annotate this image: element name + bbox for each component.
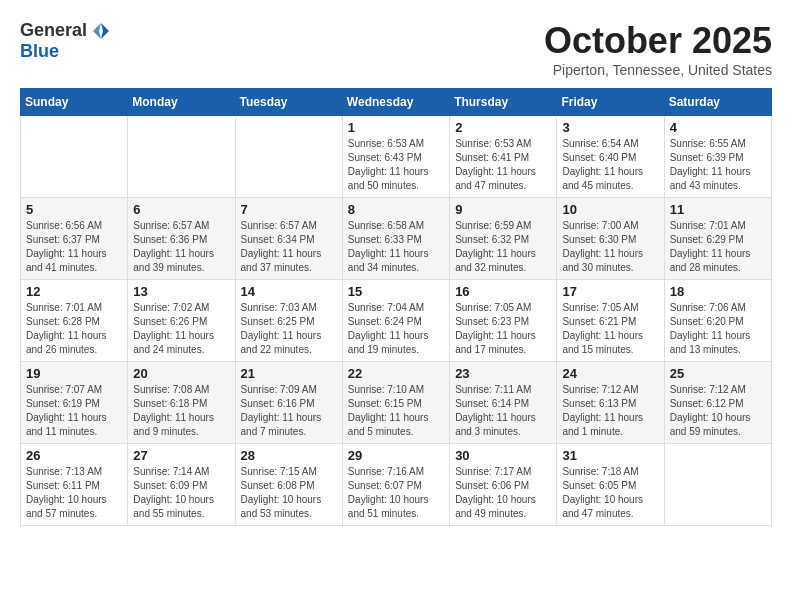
calendar-cell: 31Sunrise: 7:18 AM Sunset: 6:05 PM Dayli… [557, 444, 664, 526]
day-number: 3 [562, 120, 658, 135]
calendar-cell: 23Sunrise: 7:11 AM Sunset: 6:14 PM Dayli… [450, 362, 557, 444]
calendar-cell: 21Sunrise: 7:09 AM Sunset: 6:16 PM Dayli… [235, 362, 342, 444]
day-info: Sunrise: 7:07 AM Sunset: 6:19 PM Dayligh… [26, 383, 122, 439]
calendar-week-4: 19Sunrise: 7:07 AM Sunset: 6:19 PM Dayli… [21, 362, 772, 444]
day-info: Sunrise: 7:15 AM Sunset: 6:08 PM Dayligh… [241, 465, 337, 521]
day-number: 13 [133, 284, 229, 299]
day-number: 19 [26, 366, 122, 381]
day-number: 16 [455, 284, 551, 299]
calendar-cell: 4Sunrise: 6:55 AM Sunset: 6:39 PM Daylig… [664, 116, 771, 198]
calendar-cell: 25Sunrise: 7:12 AM Sunset: 6:12 PM Dayli… [664, 362, 771, 444]
calendar-cell: 1Sunrise: 6:53 AM Sunset: 6:43 PM Daylig… [342, 116, 449, 198]
day-info: Sunrise: 6:58 AM Sunset: 6:33 PM Dayligh… [348, 219, 444, 275]
calendar-cell: 26Sunrise: 7:13 AM Sunset: 6:11 PM Dayli… [21, 444, 128, 526]
day-number: 10 [562, 202, 658, 217]
day-info: Sunrise: 7:01 AM Sunset: 6:28 PM Dayligh… [26, 301, 122, 357]
calendar-cell: 2Sunrise: 6:53 AM Sunset: 6:41 PM Daylig… [450, 116, 557, 198]
day-info: Sunrise: 7:04 AM Sunset: 6:24 PM Dayligh… [348, 301, 444, 357]
day-info: Sunrise: 7:05 AM Sunset: 6:23 PM Dayligh… [455, 301, 551, 357]
calendar-cell: 12Sunrise: 7:01 AM Sunset: 6:28 PM Dayli… [21, 280, 128, 362]
calendar-cell: 24Sunrise: 7:12 AM Sunset: 6:13 PM Dayli… [557, 362, 664, 444]
day-info: Sunrise: 7:02 AM Sunset: 6:26 PM Dayligh… [133, 301, 229, 357]
day-number: 9 [455, 202, 551, 217]
day-info: Sunrise: 7:13 AM Sunset: 6:11 PM Dayligh… [26, 465, 122, 521]
calendar-week-2: 5Sunrise: 6:56 AM Sunset: 6:37 PM Daylig… [21, 198, 772, 280]
calendar-week-1: 1Sunrise: 6:53 AM Sunset: 6:43 PM Daylig… [21, 116, 772, 198]
weekday-header-monday: Monday [128, 89, 235, 116]
calendar-cell: 13Sunrise: 7:02 AM Sunset: 6:26 PM Dayli… [128, 280, 235, 362]
day-info: Sunrise: 6:57 AM Sunset: 6:36 PM Dayligh… [133, 219, 229, 275]
calendar-week-3: 12Sunrise: 7:01 AM Sunset: 6:28 PM Dayli… [21, 280, 772, 362]
calendar-cell: 19Sunrise: 7:07 AM Sunset: 6:19 PM Dayli… [21, 362, 128, 444]
day-info: Sunrise: 6:53 AM Sunset: 6:41 PM Dayligh… [455, 137, 551, 193]
calendar-cell: 11Sunrise: 7:01 AM Sunset: 6:29 PM Dayli… [664, 198, 771, 280]
weekday-header-friday: Friday [557, 89, 664, 116]
logo-icon [91, 21, 111, 41]
day-number: 11 [670, 202, 766, 217]
calendar-cell: 16Sunrise: 7:05 AM Sunset: 6:23 PM Dayli… [450, 280, 557, 362]
day-info: Sunrise: 6:55 AM Sunset: 6:39 PM Dayligh… [670, 137, 766, 193]
day-number: 18 [670, 284, 766, 299]
day-number: 20 [133, 366, 229, 381]
day-info: Sunrise: 7:12 AM Sunset: 6:12 PM Dayligh… [670, 383, 766, 439]
calendar-table: SundayMondayTuesdayWednesdayThursdayFrid… [20, 88, 772, 526]
day-number: 25 [670, 366, 766, 381]
day-info: Sunrise: 7:03 AM Sunset: 6:25 PM Dayligh… [241, 301, 337, 357]
calendar-cell: 6Sunrise: 6:57 AM Sunset: 6:36 PM Daylig… [128, 198, 235, 280]
calendar-cell: 18Sunrise: 7:06 AM Sunset: 6:20 PM Dayli… [664, 280, 771, 362]
calendar-cell: 22Sunrise: 7:10 AM Sunset: 6:15 PM Dayli… [342, 362, 449, 444]
day-number: 1 [348, 120, 444, 135]
calendar-cell: 14Sunrise: 7:03 AM Sunset: 6:25 PM Dayli… [235, 280, 342, 362]
day-number: 12 [26, 284, 122, 299]
day-info: Sunrise: 7:09 AM Sunset: 6:16 PM Dayligh… [241, 383, 337, 439]
day-number: 6 [133, 202, 229, 217]
weekday-header-row: SundayMondayTuesdayWednesdayThursdayFrid… [21, 89, 772, 116]
day-number: 27 [133, 448, 229, 463]
day-number: 4 [670, 120, 766, 135]
day-info: Sunrise: 6:53 AM Sunset: 6:43 PM Dayligh… [348, 137, 444, 193]
calendar-cell [664, 444, 771, 526]
calendar-cell: 10Sunrise: 7:00 AM Sunset: 6:30 PM Dayli… [557, 198, 664, 280]
weekday-header-wednesday: Wednesday [342, 89, 449, 116]
day-info: Sunrise: 7:16 AM Sunset: 6:07 PM Dayligh… [348, 465, 444, 521]
day-number: 26 [26, 448, 122, 463]
day-info: Sunrise: 7:14 AM Sunset: 6:09 PM Dayligh… [133, 465, 229, 521]
month-title: October 2025 [544, 20, 772, 62]
weekday-header-saturday: Saturday [664, 89, 771, 116]
calendar-cell: 9Sunrise: 6:59 AM Sunset: 6:32 PM Daylig… [450, 198, 557, 280]
weekday-header-tuesday: Tuesday [235, 89, 342, 116]
weekday-header-sunday: Sunday [21, 89, 128, 116]
location-text: Piperton, Tennessee, United States [544, 62, 772, 78]
svg-marker-0 [101, 23, 109, 39]
weekday-header-thursday: Thursday [450, 89, 557, 116]
day-number: 2 [455, 120, 551, 135]
logo: General Blue [20, 20, 111, 62]
calendar-cell [235, 116, 342, 198]
day-info: Sunrise: 7:11 AM Sunset: 6:14 PM Dayligh… [455, 383, 551, 439]
day-info: Sunrise: 6:59 AM Sunset: 6:32 PM Dayligh… [455, 219, 551, 275]
calendar-cell: 30Sunrise: 7:17 AM Sunset: 6:06 PM Dayli… [450, 444, 557, 526]
calendar-cell: 7Sunrise: 6:57 AM Sunset: 6:34 PM Daylig… [235, 198, 342, 280]
day-number: 24 [562, 366, 658, 381]
day-number: 5 [26, 202, 122, 217]
page-header: General Blue October 2025 Piperton, Tenn… [20, 20, 772, 78]
calendar-cell [21, 116, 128, 198]
day-info: Sunrise: 7:17 AM Sunset: 6:06 PM Dayligh… [455, 465, 551, 521]
day-info: Sunrise: 7:12 AM Sunset: 6:13 PM Dayligh… [562, 383, 658, 439]
day-info: Sunrise: 7:05 AM Sunset: 6:21 PM Dayligh… [562, 301, 658, 357]
day-info: Sunrise: 7:00 AM Sunset: 6:30 PM Dayligh… [562, 219, 658, 275]
logo-blue-text: Blue [20, 41, 59, 62]
day-info: Sunrise: 6:54 AM Sunset: 6:40 PM Dayligh… [562, 137, 658, 193]
calendar-cell: 20Sunrise: 7:08 AM Sunset: 6:18 PM Dayli… [128, 362, 235, 444]
day-number: 14 [241, 284, 337, 299]
day-info: Sunrise: 7:01 AM Sunset: 6:29 PM Dayligh… [670, 219, 766, 275]
day-number: 30 [455, 448, 551, 463]
calendar-cell: 5Sunrise: 6:56 AM Sunset: 6:37 PM Daylig… [21, 198, 128, 280]
calendar-cell [128, 116, 235, 198]
calendar-cell: 17Sunrise: 7:05 AM Sunset: 6:21 PM Dayli… [557, 280, 664, 362]
day-info: Sunrise: 7:10 AM Sunset: 6:15 PM Dayligh… [348, 383, 444, 439]
calendar-cell: 8Sunrise: 6:58 AM Sunset: 6:33 PM Daylig… [342, 198, 449, 280]
svg-marker-1 [93, 23, 101, 39]
day-info: Sunrise: 7:18 AM Sunset: 6:05 PM Dayligh… [562, 465, 658, 521]
calendar-cell: 29Sunrise: 7:16 AM Sunset: 6:07 PM Dayli… [342, 444, 449, 526]
